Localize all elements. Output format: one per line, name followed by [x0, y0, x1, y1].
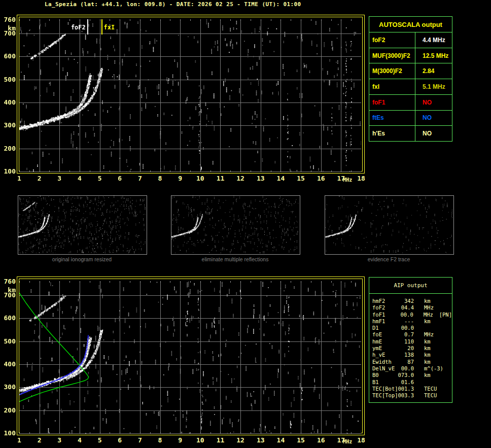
autoscala-rows: foF24.4 MHzMUF(3000)F212.5 MHzM(3000)F22…	[369, 32, 452, 141]
aip-parameter-label: hmE	[372, 338, 398, 345]
autoscala-label-cell: foF1	[369, 95, 415, 110]
aip-parameter-value: 00.0	[397, 312, 413, 318]
x-axis-tick-label: 13	[253, 436, 268, 444]
x-axis-tick-label: 6	[112, 436, 127, 444]
aip-rows: hmF2342kmfoF204.4MHzfoF100.0MHz[PN]hmF1-…	[369, 294, 452, 399]
thumbnail-original-caption: original ionogram resized	[18, 256, 146, 262]
aip-parameter-value: 00.0	[398, 365, 414, 372]
thumbnail-original	[18, 195, 147, 255]
y-axis-tick-label: 100	[0, 429, 16, 437]
x-axis-tick-label: 8	[153, 175, 168, 182]
aip-parameter-label: foF2	[372, 304, 398, 311]
thumbnail-noreflect-canvas	[171, 196, 299, 253]
aip-parameter-unit: MHz	[424, 304, 434, 311]
aip-row: TEC[Top]003.3TECU	[372, 392, 452, 399]
x-axis-tick-label: 15	[293, 436, 308, 444]
y-axis-tick-label: 200	[0, 145, 16, 152]
aip-table: AIP output hmF2342kmfoF204.4MHzfoF100.0M…	[369, 277, 452, 403]
autoscala-row: fxI5.1 MHz	[369, 79, 452, 95]
fxi-marker-label: fxI	[104, 24, 115, 31]
aip-parameter-value: 00.0	[398, 325, 414, 331]
x-axis-tick-label: 4	[72, 436, 87, 444]
thumbnail-noreflect-caption: eliminate multiple reflections	[171, 256, 299, 262]
autoscala-value-cell: 4.4 MHz	[415, 32, 452, 48]
aip-header: AIP output	[369, 278, 452, 294]
aip-parameter-unit: MHz	[424, 312, 433, 318]
aip-parameter-label: DelN_vE	[372, 365, 398, 372]
autoscala-row: foF24.4 MHz	[369, 32, 452, 48]
aip-parameter-unit: km	[424, 352, 431, 358]
y-axis-tick-label: 400	[0, 98, 16, 106]
aip-parameter-value: 01.6	[398, 379, 414, 386]
autoscala-value-cell: 12.5 MHz	[415, 48, 452, 63]
autoscala-value-cell: NO	[415, 111, 452, 126]
aip-row: DelN_vE00.0m^(-3)	[372, 365, 452, 372]
aip-row: foE0.7MHz	[372, 331, 452, 338]
x-axis-tick-label: 6	[112, 175, 127, 182]
y-axis-tick-label: 600	[0, 52, 16, 60]
page-title: La_Spezia (lat: +44.1, lon: 009.8) - DAT…	[45, 1, 301, 8]
x-axis-tick-label: 5	[92, 175, 108, 182]
aip-parameter-label: ymE	[372, 345, 398, 352]
aip-parameter-value: 04.4	[398, 304, 414, 311]
x-axis-tick-label: 8	[153, 436, 168, 444]
aip-parameter-unit: km	[424, 318, 431, 325]
aip-parameter-value: ---	[398, 318, 414, 325]
x-axis-tick-label: 14	[273, 175, 288, 182]
autoscala-row: MUF(3000)F212.5 MHz	[369, 48, 452, 64]
aip-parameter-unit: m^(-3)	[424, 365, 443, 372]
aip-parameter-value: 342	[398, 298, 414, 304]
x-axis-tick-label: 2	[32, 175, 47, 182]
aip-parameter-value: 0.7	[398, 331, 414, 338]
autoscala-header: AUTOSCALA output	[369, 17, 452, 32]
autoscala-row: h'EsNO	[369, 126, 452, 141]
aip-row: TEC[Bot]001.3TECU	[372, 386, 452, 392]
y-axis-tick-label: 300	[0, 121, 16, 129]
aip-parameter-unit: MHz	[424, 331, 434, 338]
fof2-marker-line	[87, 19, 88, 35]
x-axis-tick-label: 2	[32, 436, 47, 444]
mhz-unit-label: MHz	[343, 177, 352, 183]
x-axis-tick-label: 10	[193, 436, 208, 444]
x-axis-tick-label: 9	[172, 175, 188, 182]
autoscala-value-cell: 5.1 MHz	[415, 79, 452, 94]
x-axis-tick-label: 9	[172, 436, 188, 444]
y-axis-tick-label: 400	[0, 360, 16, 368]
thumbnail-original-canvas	[18, 196, 146, 253]
top-ionogram-canvas	[19, 19, 361, 172]
x-axis-tick-label: 11	[213, 175, 228, 182]
x-axis-tick-label: 12	[233, 436, 248, 444]
autoscala-label-cell: fxI	[369, 79, 415, 94]
x-axis-tick-label: 3	[52, 436, 67, 444]
aip-parameter-value: 138	[398, 352, 414, 358]
x-axis-tick-label: 18	[354, 436, 369, 444]
aip-parameter-value: 073.0	[398, 372, 414, 378]
aip-parameter-label: foE	[372, 331, 398, 338]
autoscala-value-cell: NO	[415, 95, 452, 110]
aip-parameter-unit: km	[424, 345, 431, 352]
aip-parameter-unit: TECU	[424, 386, 437, 392]
x-axis-tick-label: 1	[12, 175, 27, 182]
x-axis-tick-label: 16	[313, 436, 329, 444]
fxi-marker-line	[101, 19, 102, 35]
y-axis-tick-label: 500	[0, 337, 16, 345]
aip-row: hmF1---km	[372, 318, 452, 325]
aip-row: ymE20km	[372, 345, 452, 352]
aip-row: foF100.0MHz[PN]	[372, 312, 452, 318]
x-axis-tick-label: 18	[354, 175, 369, 182]
x-axis-tick-label: 12	[233, 175, 248, 182]
aip-row: foF204.4MHz	[372, 304, 452, 311]
fof2-marker-label: foF2	[68, 24, 86, 31]
x-axis-tick-label: 13	[253, 175, 268, 182]
aip-row: hmF2342km	[372, 298, 452, 304]
thumbnail-f2trace-canvas	[325, 196, 452, 253]
thumbnail-f2trace	[325, 195, 454, 255]
aip-parameter-label: hmF2	[372, 298, 398, 304]
x-axis-tick-label: 10	[193, 175, 208, 182]
x-axis-tick-label: 16	[313, 175, 329, 182]
aip-parameter-unit: km	[424, 372, 431, 378]
aip-parameter-label: B0	[372, 372, 398, 378]
y-axis-tick-label: 500	[0, 76, 16, 83]
aip-row: B0073.0km	[372, 372, 452, 378]
aip-parameter-value: 20	[398, 345, 414, 352]
